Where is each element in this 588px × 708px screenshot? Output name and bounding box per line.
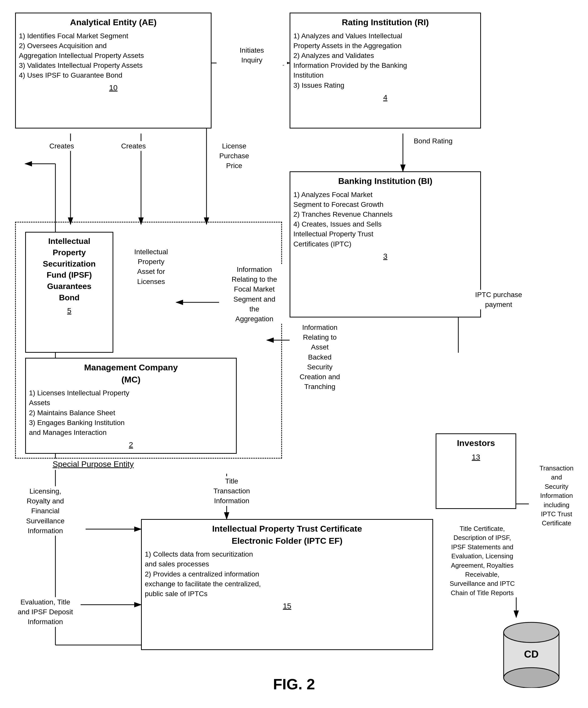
ae-title: Analytical Entity (AE)	[19, 17, 208, 28]
management-company-box: Management Company (MC) 1) Licenses Inte…	[25, 358, 237, 454]
diagram: Analytical Entity (AE) 1) Identifies Foc…	[0, 0, 588, 708]
rating-institution-box: Rating Institution (RI) 1) Analyzes and …	[289, 12, 481, 128]
ipsf-title: Intellectual Property Securitization Fun…	[29, 236, 110, 303]
ae-num: 10	[19, 82, 208, 93]
initiates-inquiry-label: Initiates Inquiry	[217, 46, 287, 65]
special-purpose-entity-label: Special Purpose Entity	[30, 459, 156, 470]
license-purchase-price-label: License Purchase Price	[209, 141, 259, 171]
ae-body: 1) Identifies Focal Market Segment 2) Ov…	[19, 31, 208, 80]
investors-box: Investors 13	[436, 433, 516, 509]
mc-body: 1) Licenses Intellectual Property Assets…	[29, 388, 233, 437]
ip-asset-label: Intellectual Property Asset for Licenses	[116, 247, 186, 287]
title-transaction-label: Title Transaction Information	[207, 476, 257, 506]
iptc-purchase-payment-label: IPTC purchase payment	[463, 290, 534, 309]
transaction-security-label: Transaction and Security Information inc…	[529, 464, 584, 528]
cd-cylinder: CD	[501, 617, 562, 688]
fig2-label: FIG. 2	[244, 676, 344, 693]
mc-num: 2	[29, 439, 233, 450]
info-focal-market-label: Information Relating to the Focal Market…	[219, 265, 289, 324]
ipsf-box: Intellectual Property Securitization Fun…	[25, 232, 113, 353]
iptcef-body: 1) Collects data from securitization and…	[145, 549, 429, 599]
title-certificate-label: Title Certificate, Description of IPSF, …	[438, 524, 526, 597]
analytical-entity-box: Analytical Entity (AE) 1) Identifies Foc…	[15, 12, 212, 128]
evaluation-title-label: Evaluation, Title and IPSF Deposit Infor…	[10, 597, 81, 627]
ri-body: 1) Analyzes and Values Intellectual Prop…	[293, 31, 477, 90]
creates-right-label: Creates	[111, 141, 156, 151]
bi-body: 1) Analyzes Focal Market Segment to Fore…	[293, 190, 477, 249]
ri-num: 4	[293, 92, 477, 103]
investors-title: Investors	[439, 437, 513, 449]
ri-title: Rating Institution (RI)	[293, 17, 477, 28]
svg-text:CD: CD	[524, 649, 539, 660]
iptc-ef-box: Intellectual Property Trust Certificate …	[141, 519, 433, 650]
creates-left-label: Creates	[39, 141, 84, 151]
investors-num: 13	[439, 452, 513, 462]
info-asset-backed-label: Information Relating to Asset Backed Sec…	[289, 323, 350, 391]
svg-point-22	[504, 622, 559, 643]
bi-title: Banking Institution (BI)	[293, 175, 477, 187]
bi-num: 3	[293, 251, 477, 262]
iptcef-num: 15	[145, 601, 429, 611]
iptcef-title: Intellectual Property Trust Certificate …	[145, 523, 429, 547]
licensing-royalty-label: Licensing, Royalty and Financial Surveil…	[10, 486, 81, 536]
svg-point-23	[504, 668, 559, 688]
bond-rating-label: Bond Rating	[408, 136, 458, 146]
ipsf-num: 5	[29, 305, 110, 316]
mc-title: Management Company (MC)	[29, 361, 233, 385]
banking-institution-box: Banking Institution (BI) 1) Analyzes Foc…	[289, 171, 481, 318]
